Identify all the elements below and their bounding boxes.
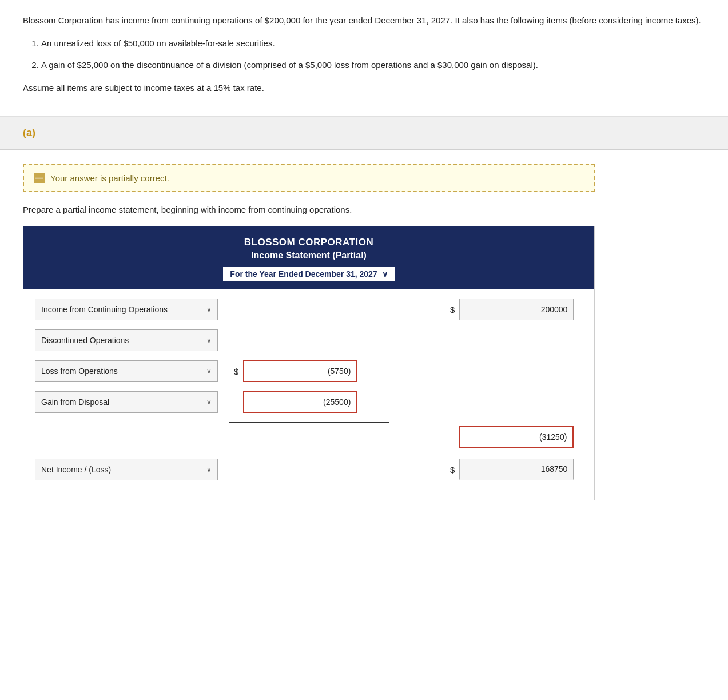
discontinued-label: Discontinued Operations: [41, 336, 129, 345]
income-continuing-value[interactable]: 200000: [459, 299, 574, 320]
income-continuing-row: Income from Continuing Operations ∨ $ 20…: [35, 297, 577, 321]
net-income-label: Net Income / (Loss): [41, 465, 111, 474]
net-income-dollar: $: [450, 465, 455, 475]
discontinued-label-area: Discontinued Operations ∨: [35, 329, 229, 351]
answer-section: — Your answer is partially correct. Prep…: [0, 150, 728, 514]
net-income-right: $ 168750: [445, 459, 577, 480]
loss-operations-dollar: $: [234, 367, 238, 376]
assume-text: Assume all items are subject to income t…: [23, 81, 705, 95]
income-continuing-label: Income from Continuing Operations: [41, 305, 168, 314]
statement-container: BLOSSOM CORPORATION Income Statement (Pa…: [23, 226, 595, 500]
gain-disposal-label-area: Gain from Disposal ∨: [35, 391, 229, 413]
corp-name: BLOSSOM CORPORATION: [35, 237, 583, 248]
minus-icon: —: [34, 173, 45, 183]
stmt-type: Income Statement (Partial): [35, 250, 583, 261]
subtotal-right: $ (31250): [445, 426, 577, 448]
year-dropdown[interactable]: For the Year Ended December 31, 2027 ∨: [223, 267, 394, 281]
gain-disposal-row: Gain from Disposal ∨ $ (25500): [35, 390, 577, 414]
discontinued-chevron: ∨: [206, 336, 212, 344]
year-label: For the Year Ended December 31, 2027: [230, 269, 377, 279]
gain-disposal-chevron: ∨: [206, 398, 212, 406]
loss-operations-dropdown[interactable]: Loss from Operations ∨: [35, 360, 218, 382]
items-list: An unrealized loss of $50,000 on availab…: [41, 37, 705, 72]
gain-disposal-dropdown[interactable]: Gain from Disposal ∨: [35, 391, 218, 413]
income-continuing-dollar: $: [450, 305, 455, 315]
partial-correct-banner: — Your answer is partially correct.: [23, 164, 595, 192]
item-1: An unrealized loss of $50,000 on availab…: [41, 37, 705, 50]
net-income-chevron: ∨: [206, 466, 212, 474]
top-section: Blossom Corporation has income from cont…: [0, 0, 728, 117]
net-income-dropdown[interactable]: Net Income / (Loss) ∨: [35, 459, 218, 480]
income-continuing-dropdown[interactable]: Income from Continuing Operations ∨: [35, 299, 218, 320]
year-chevron: ∨: [382, 269, 388, 279]
gain-disposal-label: Gain from Disposal: [41, 397, 109, 407]
net-income-value[interactable]: 168750: [459, 459, 574, 480]
statement-body: Income from Continuing Operations ∨ $ 20…: [23, 289, 594, 500]
net-income-label-area: Net Income / (Loss) ∨: [35, 459, 229, 480]
gain-disposal-mid: $ (25500): [229, 391, 389, 413]
part-label: (a): [23, 127, 35, 138]
prepare-text: Prepare a partial income statement, begi…: [23, 205, 705, 214]
discontinued-dropdown[interactable]: Discontinued Operations ∨: [35, 329, 218, 351]
income-continuing-chevron: ∨: [206, 305, 212, 313]
subtotal-value[interactable]: (31250): [459, 426, 574, 448]
loss-operations-value[interactable]: (5750): [243, 360, 357, 382]
income-continuing-right: $ 200000: [445, 299, 577, 320]
income-continuing-label-area: Income from Continuing Operations ∨: [35, 299, 229, 320]
subtotal-row: $ (31250): [35, 425, 577, 449]
intro-text: Blossom Corporation has income from cont…: [23, 14, 705, 27]
net-income-row: Net Income / (Loss) ∨ $ 168750: [35, 458, 577, 482]
loss-operations-label-area: Loss from Operations ∨: [35, 360, 229, 382]
loss-operations-mid: $ (5750): [229, 360, 389, 382]
item-2: A gain of $25,000 on the discontinuance …: [41, 58, 705, 72]
loss-operations-row: Loss from Operations ∨ $ (5750): [35, 359, 577, 383]
banner-text: Your answer is partially correct.: [50, 173, 169, 183]
loss-operations-label: Loss from Operations: [41, 367, 118, 376]
discontinued-row: Discontinued Operations ∨: [35, 328, 577, 352]
statement-header: BLOSSOM CORPORATION Income Statement (Pa…: [23, 226, 594, 289]
loss-operations-chevron: ∨: [206, 367, 212, 375]
gain-disposal-value[interactable]: (25500): [243, 391, 357, 413]
part-label-section: (a): [0, 117, 728, 150]
